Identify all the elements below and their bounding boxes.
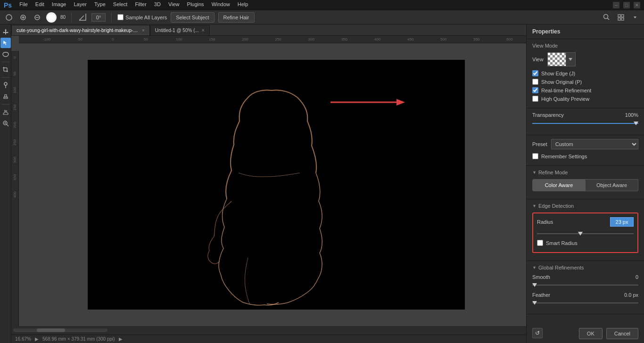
ok-button[interactable]: OK xyxy=(579,328,603,339)
preset-section: Preset Custom Default Hair & Fur Skin To… xyxy=(527,135,644,166)
preset-row: Preset Custom Default Hair & Fur Skin To… xyxy=(532,139,638,149)
menu-3d[interactable]: 3D xyxy=(154,1,161,9)
cancel-button[interactable]: Cancel xyxy=(606,328,638,339)
zoom-tool[interactable] xyxy=(0,118,11,129)
workspace-icon[interactable] xyxy=(616,12,626,23)
tool-separator-2 xyxy=(1,77,10,78)
close-button[interactable]: ✕ xyxy=(634,2,640,8)
radius-input[interactable] xyxy=(610,217,634,227)
show-original-label: Show Original (P) xyxy=(541,79,582,85)
canvas-image xyxy=(88,60,465,310)
preset-select[interactable]: Custom Default Hair & Fur Skin Tones xyxy=(551,139,638,149)
preset-label: Preset xyxy=(532,141,547,147)
refine-mode-collapse-icon[interactable]: ▼ xyxy=(532,170,537,175)
horizontal-scrollbar[interactable] xyxy=(11,326,526,335)
move-tool[interactable] xyxy=(0,26,11,37)
high-quality-row: High Quality Preview xyxy=(532,96,638,102)
remember-settings-label: Remember Settings xyxy=(541,154,587,159)
smart-radius-checkbox[interactable] xyxy=(537,240,543,246)
titlebar: Ps File Edit Image Layer Type Select Fil… xyxy=(0,0,644,10)
real-time-row: Real-time Refinement xyxy=(532,87,638,93)
status-bar: 16.67% ▶ 568.96 mm × 379.31 mm (300 ppi)… xyxy=(11,335,526,343)
remember-settings-checkbox[interactable] xyxy=(532,153,538,159)
tool-separator-1 xyxy=(1,62,10,62)
inactive-tab-close[interactable]: × xyxy=(202,28,205,33)
canvas-column: cute-young-girl-with-dark-wavy-hairstyle… xyxy=(11,24,526,343)
global-refinements-collapse-icon[interactable]: ▼ xyxy=(532,265,537,270)
feather-label: Feather xyxy=(532,292,622,298)
sample-all-layers-checkbox[interactable] xyxy=(117,14,124,20)
crop-tool[interactable] xyxy=(0,65,11,75)
hand-tool[interactable] xyxy=(0,107,11,117)
canvas-container[interactable] xyxy=(26,43,526,326)
color-aware-button[interactable]: Color Aware xyxy=(532,179,586,191)
search-icon[interactable] xyxy=(602,12,612,23)
stamp-tool[interactable] xyxy=(0,91,11,102)
workspace-dropdown[interactable] xyxy=(630,12,640,23)
view-mode-section: View Mode View Show Edge (J) Show Origin… xyxy=(527,39,644,108)
vertical-ruler: 0 50 100 150 200 250 300 350 400 xyxy=(11,51,19,326)
minimize-button[interactable]: ─ xyxy=(613,2,619,8)
selection-tool[interactable] xyxy=(0,38,11,48)
feather-row: Feather 0.0 px xyxy=(532,292,638,298)
brush-size-value: 80 xyxy=(60,15,66,20)
feather-slider[interactable] xyxy=(532,300,638,306)
edge-detection-collapse-icon[interactable]: ▼ xyxy=(532,204,537,208)
edge-detection-box: Radius Smart Radius xyxy=(532,212,638,253)
high-quality-checkbox[interactable] xyxy=(532,96,538,102)
menu-filter[interactable]: Filter xyxy=(135,1,146,9)
svg-line-6 xyxy=(79,16,84,20)
svg-marker-13 xyxy=(634,16,636,18)
view-dropdown-button[interactable] xyxy=(566,52,576,66)
brush-mode-add[interactable] xyxy=(18,12,28,23)
brush-mode-subtract[interactable] xyxy=(32,12,42,23)
lasso-tool[interactable] xyxy=(0,49,11,59)
separator-1 xyxy=(71,13,72,22)
menu-view[interactable]: View xyxy=(168,1,180,9)
object-aware-button[interactable]: Object Aware xyxy=(586,179,638,191)
menu-image[interactable]: Image xyxy=(52,1,66,9)
titlebar-menu: Ps File Edit Image Layer Type Select Fil… xyxy=(4,1,248,9)
maximize-button[interactable]: □ xyxy=(623,2,630,8)
menu-plugins[interactable]: Plugins xyxy=(187,1,204,9)
refine-hair-button[interactable]: Refine Hair xyxy=(218,12,255,23)
menu-edit[interactable]: Edit xyxy=(35,1,44,9)
menu-help[interactable]: Help xyxy=(238,1,248,9)
real-time-checkbox[interactable] xyxy=(532,87,538,93)
edge-detection-title: ▼ Edge Detection xyxy=(532,203,638,209)
show-edge-label: Show Edge (J) xyxy=(541,71,575,76)
sample-all-layers-label[interactable]: Sample All Layers xyxy=(117,14,167,20)
menu-file[interactable]: File xyxy=(19,1,28,9)
menu-select[interactable]: Select xyxy=(113,1,128,9)
properties-panel: Properties View Mode View Show Edge (J) xyxy=(526,24,644,343)
feather-value: 0.0 px xyxy=(622,292,638,298)
transparency-value: 100% xyxy=(619,112,638,118)
active-tab-close[interactable]: × xyxy=(142,28,145,33)
transparency-slider[interactable] xyxy=(532,120,638,127)
menu-type[interactable]: Type xyxy=(94,1,106,9)
radius-label: Radius xyxy=(537,219,610,225)
menu-window[interactable]: Window xyxy=(212,1,230,9)
active-tab[interactable]: cute-young-girl-with-dark-wavy-hairstyle… xyxy=(11,25,150,35)
edge-detection-section: ▼ Edge Detection Radius Smart Radius xyxy=(527,199,644,261)
radius-row: Radius xyxy=(537,217,634,227)
show-original-checkbox[interactable] xyxy=(532,79,538,85)
zoom-level: 16.67% xyxy=(15,336,31,342)
svg-point-0 xyxy=(6,15,12,20)
angle-input[interactable] xyxy=(91,13,106,22)
smooth-slider[interactable] xyxy=(532,282,638,288)
tool-separator-3 xyxy=(1,104,10,105)
view-preview[interactable] xyxy=(547,52,566,66)
brush-preview[interactable] xyxy=(46,12,57,23)
horizontal-ruler: -100 -50 0 50 100 150 200 250 300 350 40… xyxy=(19,36,526,43)
reset-button[interactable]: ↺ xyxy=(532,328,543,338)
brush-tool[interactable] xyxy=(0,80,11,90)
menu-layer[interactable]: Layer xyxy=(74,1,87,9)
angle-icon xyxy=(77,12,88,23)
inactive-tab[interactable]: Untitled-1 @ 50% (... × xyxy=(150,25,210,35)
transparency-row: Transparency 100% xyxy=(532,112,638,118)
svg-marker-29 xyxy=(569,58,572,61)
select-subject-button[interactable]: Select Subject xyxy=(171,12,214,23)
radius-slider[interactable] xyxy=(537,230,634,237)
show-edge-checkbox[interactable] xyxy=(532,70,538,76)
